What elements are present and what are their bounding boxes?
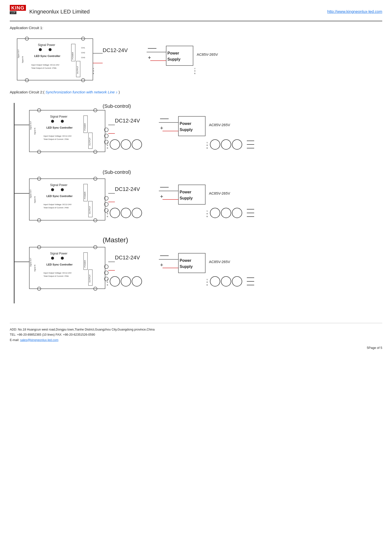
page-header: KING LUX Kingneonlux LED Limited http://… (10, 5, 382, 21)
svg-point-132 (110, 208, 120, 218)
svg-text:Signal IN: Signal IN (34, 128, 36, 135)
circuit2-italic: Synchronization function with network Li… (45, 90, 118, 94)
svg-text:Total Output of Current: 3*8A: Total Output of Current: 3*8A (31, 67, 56, 69)
logo-lux: LUX (10, 11, 16, 14)
svg-text:+: + (160, 125, 163, 131)
svg-text:B: B (194, 73, 196, 74)
svg-text:Signal IN: Signal IN (22, 56, 24, 63)
svg-point-151 (51, 257, 54, 260)
svg-text:B: B (93, 73, 94, 74)
svg-text:LED Sync Controller: LED Sync Controller (34, 55, 61, 57)
svg-text:Total Output of Current: 3*8A: Total Output of Current: 3*8A (44, 207, 69, 209)
svg-text:DC12-24V: DC12-24V (115, 118, 140, 124)
svg-text:AC85V-265V: AC85V-265V (209, 260, 230, 264)
svg-point-85 (110, 140, 120, 149)
svg-text:POWER: POWER (72, 52, 74, 59)
svg-text:Supply: Supply (180, 265, 193, 269)
svg-text:Signal IN: Signal IN (34, 265, 36, 272)
svg-point-91 (210, 140, 220, 149)
svg-text:Signal  Power: Signal Power (50, 183, 67, 187)
svg-text:B: B (207, 215, 208, 218)
svg-text:+: + (148, 55, 151, 61)
svg-text:Total Output of Current: 3*8A: Total Output of Current: 3*8A (44, 138, 69, 140)
circuit1-diagram: Signal Power LED Sync Controller Input O… (10, 34, 382, 88)
svg-text:Power: Power (180, 121, 191, 126)
svg-point-140 (232, 208, 242, 218)
svg-text:(Master): (Master) (103, 236, 128, 244)
svg-text:POWER: POWER (84, 123, 86, 131)
svg-text:Signal  Power: Signal Power (38, 43, 55, 47)
svg-text:Signal OUT: Signal OUT (18, 49, 20, 58)
svg-text:+: + (160, 262, 163, 268)
svg-point-6 (39, 48, 42, 51)
svg-text:Power: Power (180, 258, 191, 263)
svg-text:Input Output Voltage: DC12-24V: Input Output Voltage: DC12-24V (44, 272, 72, 274)
svg-text:OUTPUT: OUTPUT (89, 274, 91, 282)
svg-text:Power: Power (180, 190, 191, 194)
svg-text:Signal  Power: Signal Power (50, 252, 67, 255)
svg-text:DC12-24V: DC12-24V (103, 47, 128, 53)
svg-text:R: R (207, 281, 208, 283)
footer: ADD: No.18 Huangcun west road,Dongpu tow… (10, 323, 382, 351)
footer-email-label: E-mail: (10, 338, 20, 342)
svg-text:(Sub-control): (Sub-control) (103, 103, 131, 109)
svg-text:Power: Power (167, 51, 179, 55)
svg-point-138 (210, 208, 220, 218)
svg-text:AC85V-265V: AC85V-265V (209, 191, 230, 195)
svg-text:LED Sync Controller: LED Sync Controller (46, 195, 73, 198)
svg-text:Signal OUT: Signal OUT (30, 121, 32, 130)
svg-text:DC12-24V: DC12-24V (115, 254, 140, 261)
svg-point-57 (51, 120, 54, 123)
svg-point-104 (51, 188, 54, 191)
svg-text:LED Sync Controller: LED Sync Controller (46, 126, 73, 129)
svg-point-86 (121, 140, 131, 149)
svg-text:AC85V-265V: AC85V-265V (209, 123, 230, 127)
page-number: 5Page of 5 (10, 345, 382, 351)
svg-text:OUTPUT: OUTPUT (76, 66, 79, 74)
svg-text:B: B (107, 215, 108, 218)
svg-text:CH1: CH1 (81, 47, 85, 49)
svg-text:Signal OUT: Signal OUT (30, 189, 32, 198)
svg-text:B: B (107, 284, 108, 286)
svg-text:B: B (107, 147, 108, 149)
svg-rect-78 (178, 116, 205, 136)
svg-text:POWER: POWER (84, 192, 86, 199)
svg-text:Signal OUT: Signal OUT (30, 258, 32, 267)
header-url[interactable]: http://www.kingneonlux-led.com (327, 10, 382, 14)
svg-point-92 (221, 140, 231, 149)
svg-text:Signal IN: Signal IN (34, 196, 36, 203)
svg-text:Total Output of Current: 3*8A: Total Output of Current: 3*8A (44, 275, 69, 277)
svg-text:LED Sync Controller: LED Sync Controller (46, 263, 73, 266)
svg-text:B: B (207, 284, 208, 286)
svg-point-181 (132, 276, 142, 286)
svg-text:(Sub-control): (Sub-control) (103, 169, 131, 175)
svg-rect-172 (178, 253, 205, 273)
svg-text:V: V (107, 142, 108, 144)
svg-text:CH2: CH2 (81, 52, 85, 54)
footer-address: ADD: No.18 Huangcun west road,Dongpu tow… (10, 327, 382, 332)
logo-box: KING LUX (10, 5, 27, 18)
svg-point-187 (232, 276, 242, 286)
circuit2-diagram: (Sub-control) Signal Power LED Sync Cont… (10, 98, 382, 308)
svg-rect-125 (178, 185, 205, 204)
svg-text:V: V (207, 142, 208, 144)
svg-text:V: V (107, 210, 108, 212)
svg-text:Supply: Supply (167, 57, 180, 61)
svg-text:V: V (207, 278, 208, 281)
footer-email-link[interactable]: sales@kingneonlux-led.com (20, 338, 58, 342)
company-name: Kingneonlux LED Limited (29, 9, 90, 15)
svg-point-105 (61, 188, 64, 191)
svg-rect-27 (166, 46, 193, 66)
svg-point-152 (61, 257, 64, 260)
svg-text:+: + (160, 193, 163, 199)
svg-text:POWER: POWER (84, 260, 86, 267)
svg-text:DC12-24V: DC12-24V (115, 186, 140, 192)
svg-text:Input Output Voltage: DC12-24V: Input Output Voltage: DC12-24V (31, 64, 59, 66)
svg-text:V: V (194, 68, 196, 69)
svg-point-87 (132, 140, 142, 149)
svg-point-58 (61, 120, 64, 123)
svg-text:R: R (107, 144, 108, 146)
svg-text:V: V (107, 278, 108, 281)
svg-text:R: R (194, 70, 196, 72)
svg-text:V: V (93, 68, 94, 69)
